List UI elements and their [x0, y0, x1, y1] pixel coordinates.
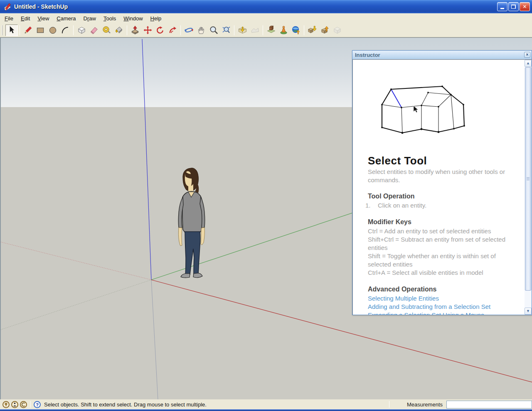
- circle-icon: [48, 25, 58, 35]
- tool-eraser-button[interactable]: [88, 24, 100, 36]
- make-component-icon: [77, 25, 86, 35]
- tool-add-location-button[interactable]: [236, 24, 249, 36]
- advanced-operations-links: Selecting Multiple EntitiesAdding and Su…: [368, 294, 516, 315]
- menu-view[interactable]: View: [34, 14, 53, 23]
- tool-pan-button[interactable]: [195, 24, 207, 36]
- scroll-up-button[interactable]: ▲: [525, 60, 532, 67]
- minimize-icon: [500, 8, 504, 9]
- toolbar: [0, 23, 532, 37]
- modifier-key-line: Ctrl = Add an entity to set of selected …: [368, 227, 516, 235]
- tool-photo-textures-button[interactable]: [265, 24, 277, 36]
- credit-attribution-status-icon[interactable]: [11, 401, 18, 408]
- push-pull-icon: [131, 25, 140, 35]
- titlebar: Untitled - SketchUp ✕: [0, 0, 532, 13]
- measurements-separator: [389, 401, 389, 408]
- instructor-panel: Instructor ×: [352, 50, 532, 315]
- statusbar-separator: [30, 401, 31, 408]
- restore-button[interactable]: [508, 2, 519, 11]
- toolbar-separator: [73, 25, 74, 35]
- menu-edit[interactable]: Edit: [17, 14, 34, 23]
- tool-move-button[interactable]: [141, 24, 154, 36]
- toolbar-grip[interactable]: [2, 25, 4, 35]
- modifier-keys-list: Ctrl = Add an entity to set of selected …: [368, 227, 516, 277]
- geolocation-status-icon[interactable]: [2, 401, 10, 408]
- menu-draw[interactable]: Draw: [80, 14, 100, 23]
- instructor-titlebar[interactable]: Instructor ×: [352, 51, 532, 59]
- modifier-key-line: Ctrl+A = Select all visible entities in …: [368, 269, 516, 277]
- instructor-content: Select Tool Select entities to modify wh…: [352, 59, 525, 315]
- tool-paint-bucket-button[interactable]: [113, 24, 125, 36]
- step-number: 1.: [365, 201, 378, 210]
- advanced-operation-link[interactable]: Selecting Multiple Entities: [368, 294, 516, 303]
- tool-preview-in-google-earth-button[interactable]: [277, 24, 290, 36]
- rectangle-icon: [36, 25, 45, 35]
- help-icon[interactable]: ?: [34, 401, 41, 408]
- menu-help[interactable]: Help: [147, 14, 165, 23]
- sketchup-window: Untitled - SketchUp ✕ FileEditViewCamera…: [0, 0, 532, 411]
- status-hint-text: Select objects. Shift to extend select. …: [44, 401, 207, 408]
- menu-window[interactable]: Window: [120, 14, 146, 23]
- modifier-key-line: Shift = Toggle whether an entity is with…: [368, 252, 516, 269]
- selected-edge: [391, 89, 401, 108]
- menu-file[interactable]: File: [1, 14, 17, 23]
- pan-icon: [197, 25, 206, 35]
- tool-zoom-button[interactable]: [207, 24, 220, 36]
- line-icon: [23, 25, 33, 35]
- select-icon: [7, 25, 17, 35]
- offset-icon: [168, 25, 177, 35]
- tool-rectangle-button[interactable]: [34, 24, 47, 36]
- orbit-icon: [184, 25, 194, 35]
- scroll-track[interactable]: [525, 67, 532, 308]
- tool-orbit-button[interactable]: [182, 24, 195, 36]
- tool-arc-button[interactable]: [59, 24, 71, 36]
- menu-camera[interactable]: Camera: [53, 14, 79, 23]
- scroll-down-button[interactable]: ▼: [525, 308, 532, 315]
- modifier-keys-heading: Modifier Keys: [368, 218, 516, 226]
- toolbar-separator: [180, 25, 181, 35]
- cursor-icon: [414, 106, 418, 113]
- tool-share-model-button[interactable]: [318, 24, 331, 36]
- add-location-icon: [238, 25, 247, 35]
- toolbar-separator: [20, 25, 20, 35]
- claim-credit-status-icon[interactable]: [20, 401, 27, 408]
- preview-in-google-earth-icon: [279, 25, 288, 35]
- tool-select-button[interactable]: [5, 24, 18, 36]
- toolbar-separator: [304, 25, 304, 35]
- menu-tools[interactable]: Tools: [100, 14, 120, 23]
- share-component-icon: [332, 25, 342, 35]
- sketchup-logo-icon: [3, 2, 12, 11]
- blue-axis: [142, 39, 151, 280]
- tool-push-pull-button[interactable]: [129, 24, 141, 36]
- close-button[interactable]: ✕: [520, 2, 530, 11]
- zoom-extents-icon: [222, 25, 231, 35]
- measurements-input[interactable]: [446, 401, 532, 409]
- tool-circle-button[interactable]: [47, 24, 59, 36]
- tool-google-earth-button[interactable]: [290, 24, 302, 36]
- green-axis-negative: [1, 280, 151, 330]
- minimize-button[interactable]: [497, 2, 507, 11]
- google-earth-icon: [291, 25, 301, 35]
- statusbar: ? Select objects. Shift to extend select…: [0, 399, 532, 409]
- instructor-scrollbar[interactable]: ▲ ▼: [525, 59, 532, 315]
- tool-get-models-button[interactable]: [306, 24, 318, 36]
- tool-share-component-button[interactable]: [331, 24, 343, 36]
- scroll-thumb[interactable]: [525, 67, 531, 291]
- modeling-viewport[interactable]: Instructor ×: [0, 37, 532, 399]
- measurements-label: Measurements: [392, 401, 446, 408]
- person-figure[interactable]: [170, 167, 214, 280]
- tool-make-component-button[interactable]: [75, 24, 88, 36]
- tool-offset-button[interactable]: [166, 24, 179, 36]
- tool-toggle-terrain-button[interactable]: [249, 24, 261, 36]
- menubar: FileEditViewCameraDrawToolsWindowHelp: [0, 13, 532, 23]
- share-model-icon: [320, 25, 330, 35]
- arc-icon: [61, 25, 70, 35]
- advanced-operation-link[interactable]: Expanding a Selection Set Using a Mouse: [368, 311, 516, 315]
- restore-icon: [511, 5, 516, 9]
- advanced-operation-link[interactable]: Adding and Subtracting from a Selection …: [368, 303, 516, 311]
- tool-tape-measure-button[interactable]: [100, 24, 113, 36]
- tool-zoom-extents-button[interactable]: [220, 24, 232, 36]
- tool-line-button[interactable]: [22, 24, 34, 36]
- instructor-close-button[interactable]: ×: [524, 52, 530, 58]
- move-icon: [143, 25, 153, 35]
- tool-rotate-button[interactable]: [154, 24, 166, 36]
